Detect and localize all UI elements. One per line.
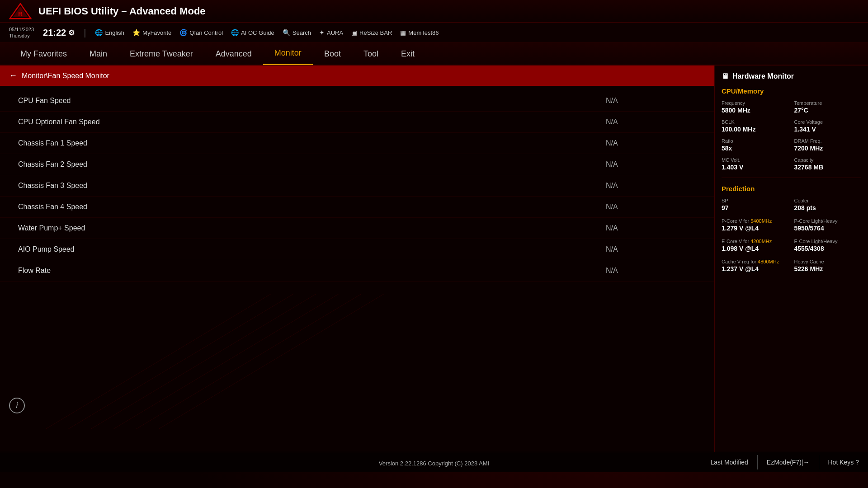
p-core-v-freq: 5400MHz	[750, 218, 772, 224]
capacity-label: Capacity	[794, 157, 862, 163]
nav-item-monitor[interactable]: Monitor	[263, 42, 313, 65]
breadcrumb[interactable]: ← Monitor\Fan Speed Monitor	[0, 66, 714, 86]
frequency-field: Frequency 5800 MHz	[722, 100, 789, 114]
svg-line-3	[45, 294, 271, 429]
toolbar-divider: |	[84, 28, 86, 38]
bclk-value: 100.00 MHz	[722, 126, 789, 133]
dram-freq-field: DRAM Freq. 7200 MHz	[794, 138, 862, 152]
e-core-v-value: 1.098 V @L4	[722, 245, 789, 252]
list-item[interactable]: Chassis Fan 4 Speed N/A	[0, 197, 714, 218]
heavy-cache-value: 5226 MHz	[794, 265, 862, 272]
setting-label-chassis-fan4: Chassis Fan 4 Speed	[18, 203, 606, 211]
p-core-lh-label: P-Core Light/Heavy	[794, 218, 862, 224]
myfavorite-icon: ⭐	[132, 29, 140, 36]
language-icon: 🌐	[95, 29, 103, 36]
p-core-v-label: P-Core V for 5400MHz	[722, 218, 789, 224]
panel-title: 🖥 Hardware Monitor	[722, 72, 861, 80]
bg-decoration	[0, 294, 407, 429]
footer: Version 2.22.1286 Copyright (C) 2023 AMI…	[0, 452, 868, 472]
cpu-memory-grid: Frequency 5800 MHz Temperature 27°C BCLK…	[722, 100, 861, 171]
setting-value-cpu-fan: N/A	[606, 97, 696, 105]
nav-item-extreme-tweaker[interactable]: Extreme Tweaker	[118, 42, 204, 65]
p-core-lh-field: P-Core Light/Heavy 5950/5764	[794, 218, 862, 232]
back-arrow-icon[interactable]: ←	[9, 71, 17, 80]
app-title: UEFI BIOS Utility – Advanced Mode	[38, 5, 206, 17]
toolbar-resizebar[interactable]: ▣ ReSize BAR	[351, 29, 392, 36]
nav-item-tool[interactable]: Tool	[352, 42, 390, 65]
memtest-icon: ▦	[400, 29, 406, 36]
setting-value-cpu-opt-fan: N/A	[606, 118, 696, 126]
setting-label-chassis-fan1: Chassis Fan 1 Speed	[18, 139, 606, 147]
info-button[interactable]: i	[9, 398, 25, 413]
sp-field: SP 97	[722, 198, 789, 211]
list-item[interactable]: AIO Pump Speed N/A	[0, 239, 714, 260]
last-modified-button[interactable]: Last Modified	[702, 455, 758, 469]
list-item[interactable]: CPU Fan Speed N/A	[0, 90, 714, 112]
header: R UEFI BIOS Utility – Advanced Mode	[0, 0, 868, 23]
memtest-label: MemTest86	[408, 29, 439, 36]
gear-icon[interactable]: ⚙	[68, 28, 75, 37]
nav-item-advanced[interactable]: Advanced	[204, 42, 263, 65]
dram-freq-value: 7200 MHz	[794, 145, 862, 152]
sp-label: SP	[722, 198, 789, 203]
cache-v-field: Cache V req for 4800MHz 1.237 V @L4	[722, 259, 789, 272]
heavy-cache-label: Heavy Cache	[794, 259, 862, 264]
toolbar-language[interactable]: 🌐 English	[95, 29, 124, 36]
day: Thursday	[9, 33, 34, 39]
time-value: 21:22	[43, 28, 66, 38]
resizebar-icon: ▣	[351, 29, 357, 36]
svg-text:R: R	[18, 10, 23, 17]
nav: My Favorites Main Extreme Tweaker Advanc…	[0, 43, 868, 66]
hot-keys-label: Hot Keys	[828, 459, 854, 466]
toolbar-aioc[interactable]: 🌐 AI OC Guide	[231, 29, 274, 36]
hot-keys-icon: ?	[855, 459, 859, 466]
search-label: Search	[292, 29, 311, 36]
svg-line-7	[136, 294, 362, 429]
aioc-icon: 🌐	[231, 29, 239, 36]
nav-item-main[interactable]: Main	[78, 42, 118, 65]
toolbar-qfan[interactable]: 🌀 Qfan Control	[179, 29, 223, 36]
core-voltage-field: Core Voltage 1.341 V	[794, 119, 862, 133]
e-core-lh-field: E-Core Light/Heavy 4555/4308	[794, 239, 862, 252]
bclk-field: BCLK 100.00 MHz	[722, 119, 789, 133]
prediction-section-title: Prediction	[722, 185, 861, 192]
setting-value-water-pump: N/A	[606, 224, 696, 232]
list-item[interactable]: Flow Rate N/A	[0, 260, 714, 282]
cache-v-label: Cache V req for 4800MHz	[722, 259, 789, 264]
list-item[interactable]: Water Pump+ Speed N/A	[0, 218, 714, 239]
setting-value-chassis-fan4: N/A	[606, 203, 696, 211]
ez-mode-button[interactable]: EzMode(F7)|→	[758, 455, 819, 469]
toolbar-memtest[interactable]: ▦ MemTest86	[400, 29, 439, 36]
list-item[interactable]: Chassis Fan 3 Speed N/A	[0, 175, 714, 197]
list-item[interactable]: CPU Optional Fan Speed N/A	[0, 112, 714, 133]
nav-item-my-favorites[interactable]: My Favorites	[9, 42, 78, 65]
cpu-memory-section-title: CPU/Memory	[722, 87, 861, 95]
capacity-value: 32768 MB	[794, 164, 862, 171]
setting-label-cpu-opt-fan: CPU Optional Fan Speed	[18, 118, 606, 126]
toolbar-myfavorite[interactable]: ⭐ MyFavorite	[132, 29, 171, 36]
cooler-label: Cooler	[794, 198, 862, 203]
footer-version: Version 2.22.1286 Copyright (C) 2023 AMI	[379, 460, 489, 467]
toolbar-items: 🌐 English ⭐ MyFavorite 🌀 Qfan Control 🌐 …	[95, 29, 439, 36]
hot-keys-button[interactable]: Hot Keys ?	[819, 455, 868, 469]
list-item[interactable]: Chassis Fan 2 Speed N/A	[0, 154, 714, 175]
frequency-value: 5800 MHz	[722, 107, 789, 114]
setting-value-chassis-fan1: N/A	[606, 139, 696, 147]
clock: 21:22 ⚙	[43, 28, 75, 38]
list-item[interactable]: Chassis Fan 1 Speed N/A	[0, 133, 714, 154]
temperature-field: Temperature 27°C	[794, 100, 862, 114]
setting-label-flow-rate: Flow Rate	[18, 267, 606, 275]
ratio-field: Ratio 58x	[722, 138, 789, 152]
e-core-lh-value: 4555/4308	[794, 245, 862, 252]
toolbar-aura[interactable]: ✦ AURA	[319, 29, 343, 36]
prediction-pcore-grid: P-Core V for 5400MHz 1.279 V @L4 P-Core …	[722, 218, 861, 232]
toolbar-search[interactable]: 🔍 Search	[283, 29, 311, 36]
nav-item-boot[interactable]: Boot	[313, 42, 352, 65]
cooler-value: 208 pts	[794, 204, 862, 211]
nav-item-exit[interactable]: Exit	[390, 42, 426, 65]
hardware-monitor-panel: 🖥 Hardware Monitor CPU/Memory Frequency …	[714, 66, 868, 452]
footer-actions: Last Modified EzMode(F7)|→ Hot Keys ?	[702, 452, 868, 472]
search-icon: 🔍	[283, 29, 290, 36]
prediction-ecore-grid: E-Core V for 4200MHz 1.098 V @L4 E-Core …	[722, 239, 861, 252]
setting-value-chassis-fan2: N/A	[606, 160, 696, 169]
